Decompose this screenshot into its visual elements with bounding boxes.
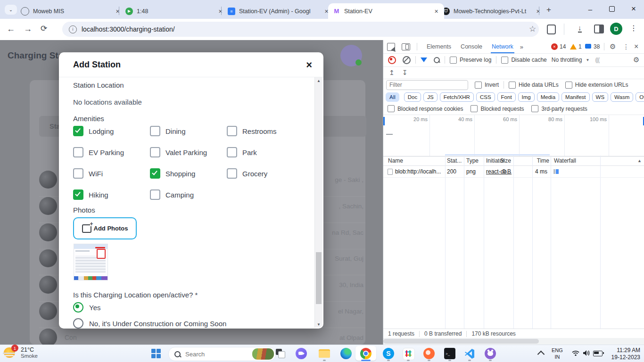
amenity-lodging[interactable]: Lodging — [73, 126, 150, 136]
network-conditions-icon[interactable]: ((( — [595, 57, 599, 63]
chip-css[interactable]: CSS — [476, 92, 495, 102]
tab-search-button[interactable]: ⌄ — [5, 5, 17, 15]
column-type[interactable]: Type — [466, 156, 479, 165]
amenity-ev-parking[interactable]: EV Parking — [73, 147, 150, 157]
radio-button[interactable] — [73, 318, 83, 329]
chip-all[interactable]: All — [386, 92, 399, 102]
column-name[interactable]: Name — [388, 156, 403, 165]
request-row[interactable]: blob:http://localh... 200 png react-do..… — [383, 165, 644, 178]
edge-icon[interactable] — [340, 348, 352, 359]
warning-icon[interactable] — [570, 44, 577, 49]
error-icon[interactable]: × — [551, 43, 558, 50]
preserve-log-checkbox[interactable] — [450, 57, 457, 64]
chip-js[interactable]: JS — [423, 92, 437, 102]
device-toolbar-icon[interactable] — [402, 43, 410, 50]
search-input[interactable] — [184, 350, 248, 358]
battery-icon[interactable] — [593, 351, 603, 356]
wifi-icon[interactable] — [571, 350, 580, 358]
tab-station-ev-active[interactable]: M Station-EV × — [328, 3, 444, 19]
radio-option-yes[interactable]: Yes — [73, 302, 100, 313]
request-name[interactable]: blob:http://localh... — [395, 165, 441, 177]
search-icon[interactable] — [434, 57, 440, 63]
chip-ws[interactable]: WS — [592, 92, 609, 102]
third-party-requests-checkbox[interactable] — [531, 105, 538, 112]
chip-doc[interactable]: Doc — [404, 92, 421, 102]
column-status[interactable]: Stat... — [447, 156, 462, 165]
blocked-response-cookies-checkbox[interactable] — [388, 105, 395, 112]
chip-font[interactable]: Font — [497, 92, 516, 102]
side-panel-icon[interactable] — [594, 25, 604, 33]
devtools-menu-icon[interactable]: ⋮ — [623, 43, 629, 50]
close-icon[interactable]: × — [432, 7, 440, 15]
checkbox[interactable] — [73, 168, 83, 179]
amenity-dining[interactable]: Dining — [150, 126, 227, 136]
devtools-tab-network[interactable]: Network — [491, 41, 514, 53]
checkbox[interactable] — [73, 189, 83, 200]
radio-option-no[interactable]: No, it's Under Construction or Coming So… — [73, 318, 226, 329]
radio-button[interactable] — [73, 302, 83, 313]
amenity-camping[interactable]: Camping — [150, 189, 227, 200]
modal-close-icon[interactable]: × — [306, 59, 312, 71]
more-tabs-icon[interactable]: » — [520, 43, 523, 50]
devtools-close-icon[interactable]: × — [634, 42, 638, 51]
language-indicator[interactable]: ENG IN — [552, 347, 563, 361]
error-count[interactable]: 14 — [560, 43, 566, 50]
tab-station-ev-admin[interactable]: ≡ Station-EV (Admin) - Googl × — [223, 3, 334, 19]
issues-count[interactable]: 38 — [594, 43, 600, 50]
devtools-tab-elements[interactable]: Elements — [426, 41, 452, 53]
weather-widget[interactable]: 1 21°C Smoke — [4, 346, 38, 359]
invert-checkbox[interactable] — [475, 82, 482, 89]
close-icon[interactable]: × — [534, 7, 542, 15]
amenity-wifi[interactable]: WiFi — [73, 168, 150, 179]
add-photos-button[interactable]: + Add Photos — [73, 217, 137, 239]
scrollbar-thumb[interactable] — [316, 252, 322, 304]
new-tab-button[interactable]: + — [543, 4, 554, 16]
filter-input[interactable] — [386, 80, 468, 90]
chat-app-icon[interactable] — [296, 348, 307, 359]
scroll-up-icon[interactable]: ▲ — [315, 77, 322, 84]
chip-fetch-xhr[interactable]: Fetch/XHR — [440, 92, 474, 102]
checkbox[interactable] — [150, 147, 160, 157]
timeline-left-handle[interactable] — [383, 117, 385, 125]
tab-moweb-mis[interactable]: Moweb MIS × — [16, 3, 125, 19]
chip-other[interactable]: Other — [636, 92, 644, 102]
window-maximize-button[interactable] — [603, 0, 621, 18]
amenity-restrooms[interactable]: Restrooms — [227, 126, 299, 136]
checkbox[interactable] — [227, 126, 237, 136]
network-settings-icon[interactable]: ⚙ — [633, 56, 639, 64]
slack-icon[interactable] — [403, 348, 415, 360]
checkbox[interactable] — [150, 168, 160, 179]
blocked-requests-checkbox[interactable] — [471, 105, 478, 112]
tray-expand-chevron-icon[interactable] — [537, 351, 545, 358]
user-avatar[interactable] — [340, 45, 362, 66]
amenity-grocery[interactable]: Grocery — [227, 168, 299, 179]
devtools-hscrollbar[interactable] — [383, 338, 644, 345]
inspect-element-icon[interactable] — [387, 43, 395, 51]
window-close-button[interactable]: × — [624, 0, 643, 18]
checkbox[interactable] — [150, 126, 160, 136]
modal-scrollbar[interactable]: ▲ ▼ — [314, 77, 322, 328]
throttling-select[interactable]: No throttling — [552, 57, 582, 63]
amenity-shopping[interactable]: Shopping — [150, 168, 227, 179]
browser-menu-icon[interactable]: ⋮ — [630, 24, 637, 33]
filter-icon[interactable] — [421, 58, 427, 62]
sort-arrow-icon[interactable]: ▲ — [637, 158, 642, 163]
reload-icon[interactable]: ⟳ — [41, 24, 47, 33]
column-size[interactable]: Size — [490, 156, 511, 165]
amenity-park[interactable]: Park — [227, 147, 299, 157]
bookmark-star-icon[interactable]: ☆ — [529, 24, 536, 34]
tab-github[interactable]: ᗢ Moweb-Technologies-Pvt-Lt × — [438, 3, 546, 19]
extensions-icon[interactable] — [547, 25, 556, 34]
profile-avatar[interactable]: D — [610, 23, 622, 35]
record-icon[interactable] — [388, 56, 396, 64]
delete-photo-icon[interactable] — [97, 249, 106, 259]
downloads-icon[interactable]: ↓ — [578, 24, 582, 33]
chip-img[interactable]: Img — [518, 92, 535, 102]
taskbar-search[interactable] — [168, 347, 276, 361]
chrome-icon[interactable] — [360, 348, 372, 359]
network-overview-timeline[interactable]: 20 ms 40 ms 60 ms 80 ms 100 ms — [383, 115, 644, 156]
chip-manifest[interactable]: Manifest — [561, 92, 589, 102]
checkbox[interactable] — [73, 126, 83, 136]
file-explorer-icon[interactable] — [319, 349, 330, 358]
site-info-icon[interactable]: i — [69, 25, 77, 33]
